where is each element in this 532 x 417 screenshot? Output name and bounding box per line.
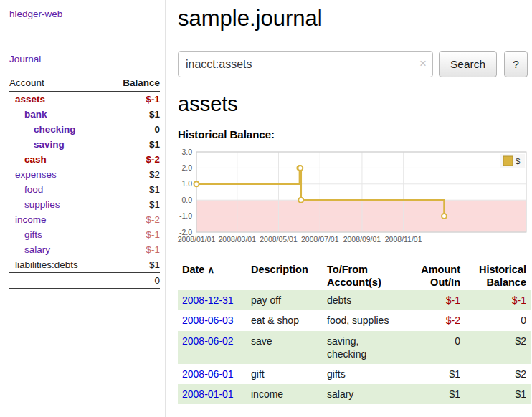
account-balance: $-1 (107, 242, 160, 257)
main-content: sample.journal × Search ? assets Histori… (166, 0, 532, 404)
x-tick-label: 2008/11/01 (385, 235, 422, 244)
account-balance: $-2 (107, 212, 160, 227)
clear-search-icon[interactable]: × (419, 57, 427, 71)
transaction-balance: $2 (465, 364, 531, 384)
sidebar-account-checking[interactable]: checking (34, 124, 76, 135)
transaction-date-link[interactable]: 2008-06-02 (182, 335, 234, 347)
transaction-balance: $1 (465, 384, 531, 404)
legend-label: $ (516, 157, 521, 166)
sidebar-account-supplies[interactable]: supplies (24, 199, 60, 210)
transaction-date-link[interactable]: 2008-06-01 (182, 368, 234, 380)
x-tick-label: 2008/01/01 (178, 235, 216, 244)
account-row: bank$1 (9, 107, 160, 122)
sidebar-account-liabilities-debts[interactable]: liabilities:debts (15, 259, 78, 270)
account-row: saving$1 (9, 137, 160, 152)
transaction-description: eat & shop (247, 310, 323, 330)
account-balance: $1 (107, 182, 160, 197)
legend-swatch (503, 156, 513, 166)
y-tick-label: 0.0 (181, 196, 192, 204)
transaction-accounts: debts (323, 290, 403, 310)
balance-header-line2: Balance (469, 276, 526, 289)
amount-header-line2: Out/In (407, 276, 460, 289)
transaction-accounts: food, supplies (323, 310, 403, 330)
data-point-marker (298, 198, 303, 203)
account-row: cash$-2 (9, 152, 160, 167)
sidebar-account-assets[interactable]: assets (15, 94, 45, 105)
accounts-header-line1: To/From (327, 263, 399, 276)
sidebar-account-bank[interactable]: bank (24, 109, 47, 120)
y-tick-label: 2.0 (181, 163, 192, 172)
y-tick-label: 1.0 (181, 179, 192, 188)
account-row: salary$-1 (9, 242, 160, 257)
data-point-marker (442, 214, 447, 219)
account-row: supplies$1 (9, 197, 160, 212)
sidebar-account-gifts[interactable]: gifts (24, 229, 42, 240)
register-row: 2008-06-03eat & shopfood, supplies$-20 (178, 310, 531, 330)
transaction-accounts: salary (323, 384, 403, 404)
brand-link[interactable]: hledger-web (9, 9, 62, 19)
sidebar: hledger-web Journal Account Balance asse… (0, 0, 166, 417)
transaction-date-link[interactable]: 2008-01-01 (182, 388, 234, 400)
account-balance: $-1 (107, 227, 160, 242)
col-header-amount: Amount Out/In (403, 262, 465, 290)
data-point-marker (298, 166, 303, 171)
account-row: food$1 (9, 182, 160, 197)
x-tick-label: 2008/07/01 (301, 235, 339, 244)
account-row: income$-2 (9, 212, 160, 227)
x-tick-label: 2008/03/01 (219, 235, 257, 244)
sidebar-account-salary[interactable]: salary (24, 244, 50, 255)
col-header-date[interactable]: Date ∧ (178, 262, 247, 290)
sidebar-account-expenses[interactable]: expenses (15, 169, 57, 180)
search-bar: × Search ? (178, 51, 532, 77)
account-balance: $1 (107, 257, 160, 273)
historical-balance-chart: 3.02.01.00.0-1.0-2.02008/01/012008/03/01… (171, 146, 529, 251)
amount-header-line1: Amount (407, 263, 460, 276)
accounts-header-row: Account Balance (9, 75, 160, 92)
search-button[interactable]: Search (439, 51, 497, 77)
sidebar-account-saving[interactable]: saving (34, 139, 65, 150)
search-input[interactable] (178, 51, 433, 77)
account-row: assets$-1 (9, 92, 160, 107)
register-row: 2008-06-01giftgifts$1$2 (178, 364, 531, 384)
date-header-label: Date (182, 264, 204, 275)
accounts-total-value: 0 (107, 273, 160, 289)
account-row: liabilities:debts$1 (9, 257, 160, 273)
account-balance: $2 (107, 167, 160, 182)
transaction-amount: $-1 (403, 290, 465, 310)
account-heading: assets (178, 92, 532, 116)
search-input-wrap: × (178, 51, 433, 77)
y-tick-label: -1.0 (179, 211, 192, 220)
register-row: 2008-06-02savesaving, checking0$2 (178, 331, 531, 364)
chart-title: Historical Balance: (178, 128, 532, 140)
x-tick-label: 2008/05/01 (260, 235, 298, 244)
nav-journal-link[interactable]: Journal (9, 54, 165, 64)
transaction-amount: $1 (403, 364, 465, 384)
accounts-header-balance: Balance (107, 75, 160, 92)
account-row: checking0 (9, 122, 160, 137)
transaction-date-link[interactable]: 2008-12-31 (182, 294, 234, 306)
accounts-table: Account Balance assets$-1bank$1checking0… (9, 75, 160, 289)
transaction-description: gift (247, 364, 323, 384)
account-balance: $1 (107, 107, 160, 122)
sidebar-account-income[interactable]: income (15, 214, 47, 225)
accounts-total-spacer (9, 273, 107, 289)
account-balance: $-1 (107, 92, 160, 107)
page-title: sample.journal (178, 6, 532, 32)
y-tick-label: 3.0 (181, 148, 192, 156)
accounts-header-account: Account (9, 75, 107, 92)
sidebar-account-food[interactable]: food (24, 184, 43, 195)
accounts-header-line2: Account(s) (327, 276, 399, 289)
transaction-description: income (247, 384, 323, 404)
sidebar-account-cash[interactable]: cash (24, 154, 47, 165)
col-header-balance: Historical Balance (465, 262, 531, 290)
register-row: 2008-12-31pay offdebts$-1$-1 (178, 290, 531, 310)
transaction-description: pay off (247, 290, 323, 310)
transaction-date-link[interactable]: 2008-06-03 (182, 315, 234, 326)
accounts-total-row: 0 (9, 273, 160, 289)
transaction-balance: 0 (465, 310, 531, 330)
account-row: expenses$2 (9, 167, 160, 182)
col-header-accounts: To/From Account(s) (323, 262, 403, 290)
register-row: 2008-01-01incomesalary$1$1 (178, 384, 531, 404)
help-button[interactable]: ? (504, 51, 528, 77)
transaction-balance: $-1 (465, 290, 531, 310)
